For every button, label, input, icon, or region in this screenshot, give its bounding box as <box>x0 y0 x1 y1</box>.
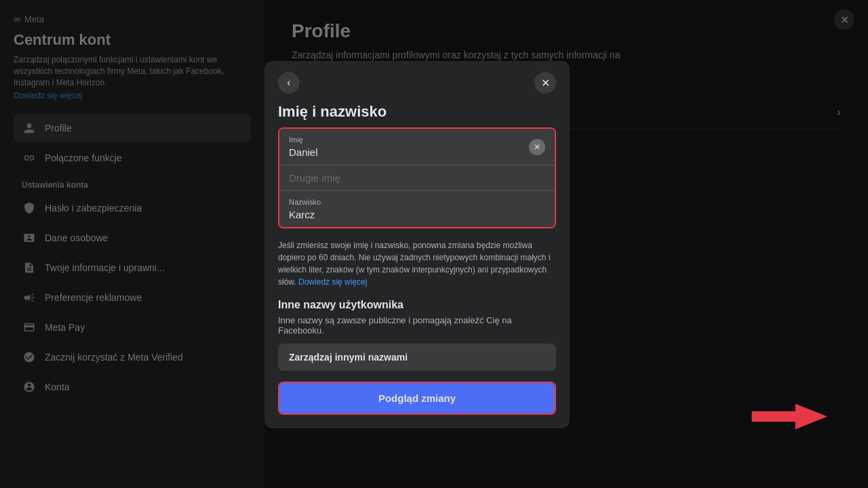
nazwisko-label: Nazwisko <box>289 198 545 206</box>
info-learn-more-link[interactable]: Dowiedz się więcej <box>298 277 367 287</box>
modal-header: ‹ ✕ <box>264 61 570 94</box>
modal-title: Imię i nazwisko <box>264 94 570 127</box>
submit-button-container: Podgląd zmiany <box>278 382 556 415</box>
modal-close-button[interactable]: ✕ <box>534 72 556 94</box>
imie-field[interactable]: Imię Daniel ✕ <box>279 129 555 165</box>
imie-clear-button[interactable]: ✕ <box>529 139 545 155</box>
nazwisko-value: Karcz <box>289 209 545 220</box>
modal-body: Imię Daniel ✕ Drugie imię Nazwisko Karcz… <box>264 127 570 428</box>
drugie-imie-placeholder: Drugie imię <box>289 172 545 184</box>
modal-back-button[interactable]: ‹ <box>278 72 300 94</box>
manage-names-button[interactable]: Zarządzaj innymi nazwami <box>278 344 556 371</box>
submit-button[interactable]: Podgląd zmiany <box>279 383 555 413</box>
other-names-desc: Inne nazwy są zawsze publiczne i pomagaj… <box>278 315 556 336</box>
name-modal: ‹ ✕ Imię i nazwisko Imię Daniel ✕ Drugie… <box>264 61 570 428</box>
nazwisko-field[interactable]: Nazwisko Karcz <box>279 190 555 227</box>
arrow-annotation <box>746 400 827 434</box>
red-arrow-icon <box>746 400 827 434</box>
svg-marker-0 <box>752 404 827 430</box>
name-form-section: Imię Daniel ✕ Drugie imię Nazwisko Karcz <box>278 127 556 228</box>
imie-value: Daniel <box>289 146 545 158</box>
name-change-info: Jeśli zmienisz swoje imię i nazwisko, po… <box>278 239 556 288</box>
other-names-title: Inne nazwy użytkownika <box>278 299 556 311</box>
drugie-imie-field[interactable]: Drugie imię <box>279 165 555 190</box>
imie-label: Imię <box>289 136 545 144</box>
